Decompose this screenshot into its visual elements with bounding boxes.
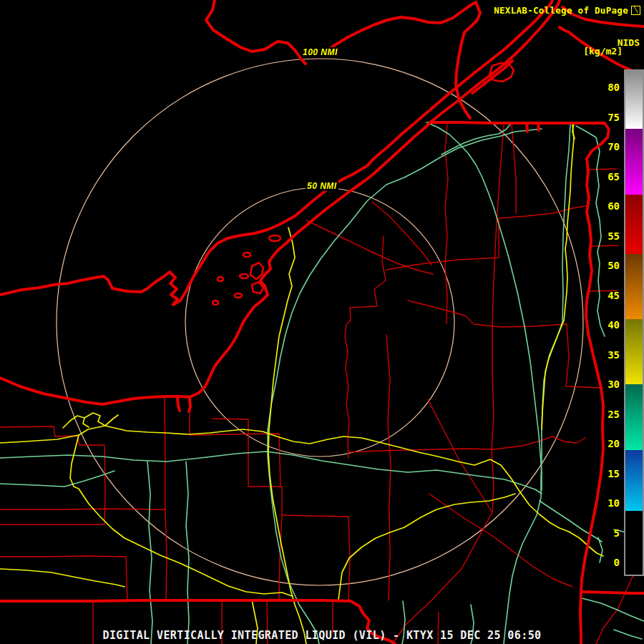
colorbar-tick-30: 30	[577, 379, 620, 390]
colorbar-tick-15: 15	[577, 468, 620, 479]
product-caption: DIGITAL VERTICALLY INTEGRATED LIQUID (VI…	[0, 629, 644, 642]
college-of-dupage-logo-icon: ╲	[631, 6, 640, 15]
colorbar-tick-75: 75	[577, 112, 620, 123]
site-title: NEXLAB-College of DuPage	[494, 5, 628, 16]
colorbar	[624, 69, 644, 576]
colorbar-tick-45: 45	[577, 290, 620, 301]
radar-display: NEXLAB-College of DuPage ╲ NIDS [kg/m2] …	[0, 0, 644, 644]
green-routes	[0, 122, 644, 644]
radar-map	[0, 0, 644, 644]
range-ring-label-100nmi: 100 NMI	[301, 47, 339, 57]
header: NEXLAB-College of DuPage ╲	[494, 5, 640, 16]
range-ring-label-50nmi: 50 NMI	[306, 181, 338, 191]
colorbar-tick-25: 25	[577, 409, 620, 420]
colorbar-tick-20: 20	[577, 438, 620, 449]
state-water-boundaries	[0, 0, 644, 644]
colorbar-tick-70: 70	[577, 141, 620, 152]
yellow-roads	[0, 123, 603, 644]
colorbar-tick-55: 55	[577, 230, 620, 242]
colorbar-tick-5: 5	[577, 527, 620, 539]
colorbar-gradient	[625, 71, 643, 575]
colorbar-tick-40: 40	[577, 319, 620, 331]
colorbar-tick-10: 10	[577, 497, 620, 509]
colorbar-tick-0: 0	[577, 557, 620, 568]
county-boundaries	[0, 125, 644, 644]
units-label: [kg/m2]	[583, 46, 623, 57]
colorbar-tick-50: 50	[577, 260, 620, 271]
range-ring-circles	[57, 59, 583, 585]
colorbar-tick-65: 65	[577, 171, 620, 182]
colorbar-tick-35: 35	[577, 349, 620, 361]
colorbar-tick-80: 80	[577, 82, 620, 93]
colorbar-tick-60: 60	[577, 200, 620, 212]
